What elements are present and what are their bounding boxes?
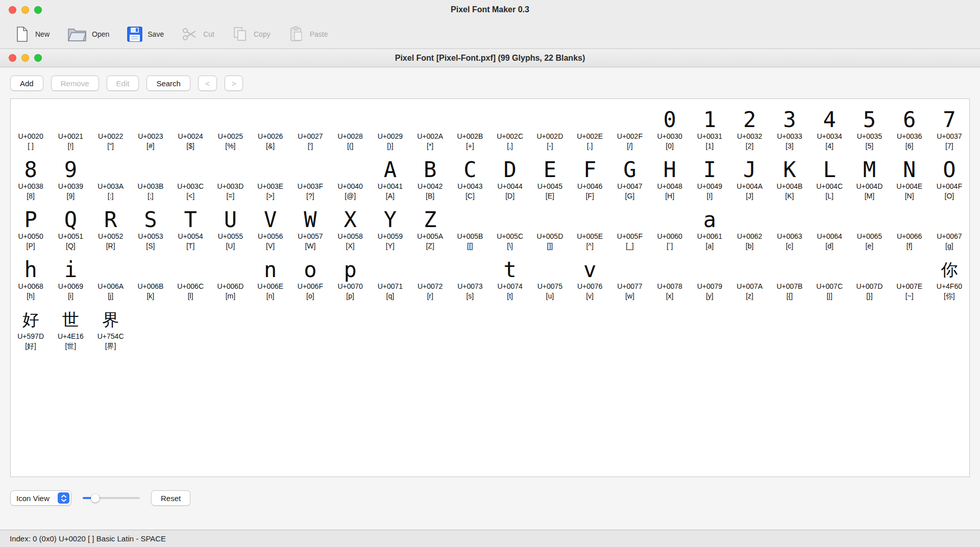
glyph-cell[interactable]: NU+004E[N] — [890, 151, 929, 201]
glyph-cell[interactable]: U+003E[>] — [251, 151, 290, 201]
remove-button[interactable]: Remove — [51, 76, 99, 91]
glyph-cell[interactable]: U+006D[m] — [210, 251, 250, 301]
glyph-cell[interactable]: U+0020[ ] — [11, 101, 51, 151]
paste-button[interactable]: Paste — [288, 26, 328, 43]
zoom-slider-knob[interactable] — [91, 494, 100, 503]
glyph-cell[interactable]: U+0027['] — [290, 101, 330, 151]
glyph-cell[interactable]: U+003F[?] — [290, 151, 330, 201]
glyph-cell[interactable]: 好U+597D[好] — [11, 301, 51, 351]
glyph-cell[interactable]: U+0062[b] — [730, 201, 770, 251]
glyph-cell[interactable]: U+0066[f] — [890, 201, 929, 251]
document-maximize-button[interactable] — [34, 54, 42, 62]
glyph-cell[interactable]: 1U+0031[1] — [690, 101, 729, 151]
glyph-cell[interactable]: WU+0057[W] — [290, 201, 330, 251]
document-minimize-button[interactable] — [21, 54, 29, 62]
glyph-cell[interactable]: U+0073[s] — [450, 251, 490, 301]
glyph-cell[interactable]: FU+0046[F] — [570, 151, 610, 201]
glyph-cell[interactable]: nU+006E[n] — [251, 251, 290, 301]
close-button[interactable] — [9, 6, 16, 14]
glyph-cell[interactable]: 4U+0034[4] — [810, 101, 849, 151]
glyph-cell[interactable]: SU+0053[S] — [131, 201, 170, 251]
glyph-cell[interactable]: GU+0047[G] — [610, 151, 650, 201]
glyph-cell[interactable]: JU+004A[J] — [730, 151, 770, 201]
glyph-cell[interactable]: PU+0050[P] — [11, 201, 51, 251]
glyph-cell[interactable]: RU+0052[R] — [91, 201, 131, 251]
glyph-cell[interactable]: TU+0054[T] — [170, 201, 210, 251]
glyph-cell[interactable]: UU+0055[U] — [210, 201, 250, 251]
glyph-cell[interactable]: LU+004C[L] — [810, 151, 849, 201]
glyph-cell[interactable]: QU+0051[Q] — [51, 201, 90, 251]
glyph-cell[interactable]: U+0040[@] — [330, 151, 370, 201]
glyph-cell[interactable]: U+002D[-] — [530, 101, 570, 151]
glyph-cell[interactable]: U+0029[)] — [370, 101, 410, 151]
glyph-cell[interactable]: U+0072[r] — [410, 251, 450, 301]
add-button[interactable]: Add — [10, 76, 43, 91]
glyph-cell[interactable]: 3U+0033[3] — [770, 101, 810, 151]
glyph-cell[interactable]: KU+004B[K] — [770, 151, 810, 201]
glyph-cell[interactable]: IU+0049[I] — [690, 151, 729, 201]
glyph-cell[interactable]: U+007E[~] — [890, 251, 929, 301]
glyph-cell[interactable]: 世U+4E16[世] — [51, 301, 90, 351]
glyph-cell[interactable]: 你U+4F60[你] — [929, 251, 969, 301]
glyph-cell[interactable]: U+0026[&] — [251, 101, 290, 151]
glyph-cell[interactable]: U+0079[y] — [690, 251, 729, 301]
maximize-button[interactable] — [34, 6, 42, 14]
glyph-cell[interactable]: aU+0061[a] — [690, 201, 729, 251]
glyph-cell[interactable]: U+003B[;] — [131, 151, 170, 201]
glyph-cell[interactable]: pU+0070[p] — [330, 251, 370, 301]
glyph-cell[interactable]: U+0075[u] — [530, 251, 570, 301]
glyph-cell[interactable]: U+002F[/] — [610, 101, 650, 151]
copy-button[interactable]: Copy — [232, 26, 271, 43]
glyph-cell[interactable]: 2U+0032[2] — [730, 101, 770, 151]
glyph-cell[interactable]: vU+0076[v] — [570, 251, 610, 301]
glyph-cell[interactable]: U+007C[|] — [810, 251, 849, 301]
minimize-button[interactable] — [21, 6, 29, 14]
glyph-cell[interactable]: U+003D[=] — [210, 151, 250, 201]
glyph-cell[interactable]: U+0021[!] — [51, 101, 90, 151]
glyph-cell[interactable]: XU+0058[X] — [330, 201, 370, 251]
glyph-cell[interactable]: U+0078[x] — [650, 251, 690, 301]
document-close-button[interactable] — [9, 54, 16, 62]
glyph-cell[interactable]: 5U+0035[5] — [849, 101, 889, 151]
glyph-cell[interactable]: U+0063[c] — [770, 201, 810, 251]
glyph-cell[interactable]: oU+006F[o] — [290, 251, 330, 301]
previous-page-button[interactable]: < — [198, 76, 217, 91]
glyph-cell[interactable]: U+0065[e] — [849, 201, 889, 251]
glyph-cell[interactable]: U+007B[{] — [770, 251, 810, 301]
edit-button[interactable]: Edit — [107, 76, 139, 91]
glyph-cell[interactable]: 9U+0039[9] — [51, 151, 90, 201]
glyph-cell[interactable]: HU+0048[H] — [650, 151, 690, 201]
glyph-cell[interactable]: hU+0068[h] — [11, 251, 51, 301]
glyph-cell[interactable]: 界U+754C[界] — [91, 301, 131, 351]
glyph-cell[interactable]: U+005D[]] — [530, 201, 570, 251]
glyph-cell[interactable]: U+0071[q] — [370, 251, 410, 301]
glyph-cell[interactable]: U+002B[+] — [450, 101, 490, 151]
save-button[interactable]: Save — [127, 26, 164, 42]
glyph-cell[interactable]: U+002C[,] — [490, 101, 530, 151]
glyph-cell[interactable]: 0U+0030[0] — [650, 101, 690, 151]
reset-button[interactable]: Reset — [151, 490, 190, 506]
glyph-cell[interactable]: U+0064[d] — [810, 201, 849, 251]
cut-button[interactable]: Cut — [181, 26, 214, 43]
next-page-button[interactable]: > — [225, 76, 243, 91]
glyph-cell[interactable]: U+007A[z] — [730, 251, 770, 301]
glyph-cell[interactable]: EU+0045[E] — [530, 151, 570, 201]
glyph-cell[interactable]: U+002A[*] — [410, 101, 450, 151]
glyph-cell[interactable]: U+0023[#] — [131, 101, 170, 151]
glyph-cell[interactable]: U+0022["] — [91, 101, 131, 151]
zoom-slider[interactable] — [83, 493, 140, 503]
glyph-cell[interactable]: U+0060[`] — [650, 201, 690, 251]
glyph-cell[interactable]: U+005E[^] — [570, 201, 610, 251]
glyph-cell[interactable]: U+005B[[] — [450, 201, 490, 251]
glyph-cell[interactable]: U+003A[:] — [91, 151, 131, 201]
open-button[interactable]: Open — [67, 26, 109, 43]
glyph-cell[interactable]: U+006C[l] — [170, 251, 210, 301]
glyph-cell[interactable]: 8U+0038[8] — [11, 151, 51, 201]
glyph-cell[interactable]: 6U+0036[6] — [890, 101, 929, 151]
glyph-cell[interactable]: U+0024[$] — [170, 101, 210, 151]
glyph-cell[interactable]: ZU+005A[Z] — [410, 201, 450, 251]
glyph-cell[interactable]: MU+004D[M] — [849, 151, 889, 201]
glyph-cell[interactable]: U+005F[_] — [610, 201, 650, 251]
glyph-cell[interactable]: YU+0059[Y] — [370, 201, 410, 251]
glyph-cell[interactable]: tU+0074[t] — [490, 251, 530, 301]
